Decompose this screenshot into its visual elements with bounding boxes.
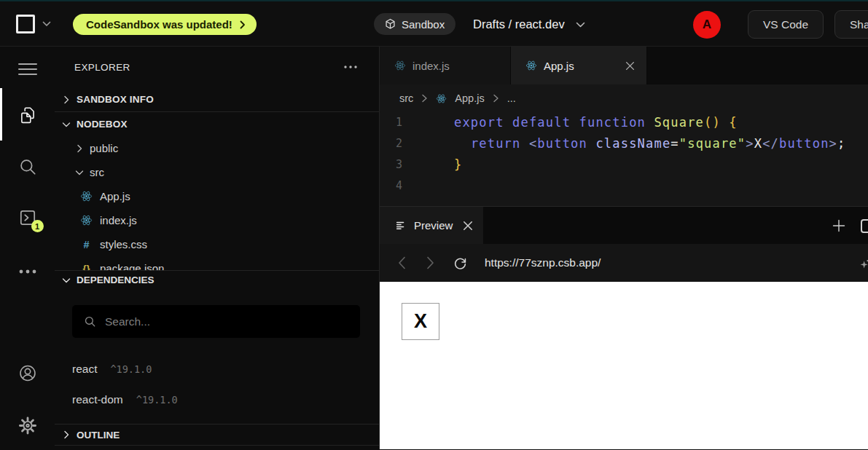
breadcrumb-folder[interactable]: src: [399, 92, 413, 104]
menu-icon[interactable]: [18, 60, 37, 79]
tree-item-label: App.js: [100, 190, 130, 202]
close-icon[interactable]: [625, 61, 635, 71]
preview-url[interactable]: https://77sznp.csb.app/: [485, 256, 601, 269]
back-icon[interactable]: [398, 256, 406, 269]
code-token: button: [537, 136, 595, 151]
tree-item-label: styles.css: [100, 238, 147, 250]
tab-label: App.js: [544, 60, 574, 72]
tree-item-label: package.json: [100, 262, 164, 270]
more-icon[interactable]: [18, 262, 37, 281]
tree-item-public[interactable]: public: [55, 136, 379, 160]
terminal-icon[interactable]: 1: [18, 208, 37, 227]
explorer-sidebar: EXPLORER SANDBOX INFO NODEBOX: [55, 47, 380, 449]
tab-preview[interactable]: Preview: [380, 207, 483, 244]
terminal-badge: 1: [31, 220, 44, 232]
react-icon: [394, 60, 406, 71]
dependency-search-input[interactable]: [105, 315, 348, 328]
code-line-content: return <button className="square">X</but…: [454, 133, 845, 154]
code-token: className: [595, 136, 670, 151]
tree-item-styles-css[interactable]: # styles.css: [55, 232, 379, 256]
code-token: =: [670, 136, 679, 151]
avatar[interactable]: A: [693, 11, 721, 39]
section-label: NODEBOX: [77, 119, 128, 130]
breadcrumb-file[interactable]: App.js: [455, 92, 484, 104]
section-label: OUTLINE: [77, 430, 120, 441]
tree-item-label: public: [90, 142, 118, 154]
section-label: SANDBOX INFO: [77, 94, 154, 105]
explorer-more-icon[interactable]: [344, 66, 357, 68]
workspace-chevron-down-icon[interactable]: [42, 21, 51, 27]
code-token: "square": [679, 136, 746, 151]
dependency-search[interactable]: [72, 305, 360, 338]
tree-item-package-json[interactable]: {} package.json: [55, 256, 379, 270]
activity-bar: 1: [0, 47, 55, 449]
line-number: 1: [380, 112, 402, 133]
chevron-down-icon: [61, 119, 71, 130]
chevron-down-icon: [61, 275, 71, 285]
refresh-icon[interactable]: [453, 256, 467, 270]
code-editor[interactable]: 1 export default function Square() { 2 r…: [380, 112, 868, 206]
chevron-right-icon: [493, 94, 499, 103]
chevron-down-icon: [74, 167, 85, 178]
breadcrumb-more[interactable]: ...: [507, 92, 516, 104]
tree-item-app-js[interactable]: App.js: [55, 184, 379, 208]
sparkle-icon[interactable]: [859, 258, 868, 270]
active-view-indicator: [0, 88, 2, 141]
dependency-row-react-dom[interactable]: react-dom ^19.1.0: [55, 384, 379, 415]
search-icon: [84, 315, 96, 328]
files-icon[interactable]: [18, 105, 37, 124]
share-button-label: Share: [850, 18, 868, 31]
sidebar-section-dependencies[interactable]: DEPENDENCIES: [55, 270, 379, 289]
code-line: 4: [380, 175, 868, 197]
code-line-content: export default function Square() {: [454, 112, 738, 133]
add-devtool-plus-icon[interactable]: [832, 218, 846, 233]
react-icon: [436, 93, 447, 104]
explorer-title: EXPLORER: [74, 62, 130, 73]
hash-icon: #: [80, 239, 93, 250]
tab-app-js[interactable]: App.js: [511, 47, 647, 84]
chevron-right-icon: [421, 94, 428, 103]
codesandbox-logo[interactable]: [16, 15, 35, 33]
explorer-header: EXPLORER: [55, 47, 379, 87]
code-line: 1 export default function Square() {: [380, 112, 868, 133]
search-icon[interactable]: [18, 157, 37, 176]
editor-breadcrumb[interactable]: src App.js ...: [380, 84, 868, 112]
code-token: >: [746, 136, 754, 151]
tree-item-index-js[interactable]: index.js: [55, 208, 379, 232]
preview-navbar: https://77sznp.csb.app/: [380, 244, 868, 282]
dependency-version: ^19.1.0: [136, 394, 178, 406]
dependency-row-react[interactable]: react ^19.1.0: [55, 354, 379, 384]
file-tree: public src App.js: [55, 136, 379, 270]
project-breadcrumb-label: Drafts / react.dev: [473, 17, 565, 31]
avatar-letter: A: [703, 17, 711, 32]
share-button[interactable]: Share: [834, 10, 868, 39]
tree-item-src[interactable]: src: [55, 160, 379, 184]
chevron-right-icon: [61, 95, 71, 105]
braces-icon: {}: [80, 263, 93, 270]
code-token: [454, 136, 471, 151]
editor-tabbar: index.js App.js: [380, 47, 868, 84]
sidebar-section-nodebox[interactable]: NODEBOX: [55, 112, 379, 136]
main-area: 1 EXPLORER S: [0, 47, 868, 449]
vs-code-button[interactable]: VS Code: [748, 10, 824, 39]
project-breadcrumb[interactable]: Drafts / react.dev: [473, 13, 585, 35]
layout-icon[interactable]: [861, 219, 868, 233]
tab-index-js[interactable]: index.js: [380, 47, 511, 84]
dependency-name: react-dom: [72, 393, 123, 406]
account-icon[interactable]: [18, 363, 37, 382]
code-token: return: [471, 136, 529, 151]
code-token: >: [829, 136, 837, 151]
preview-square-button[interactable]: X: [402, 303, 439, 340]
forward-icon[interactable]: [426, 256, 434, 269]
code-line: 3 }: [380, 154, 868, 175]
settings-gear-icon[interactable]: [18, 416, 37, 435]
update-banner-button[interactable]: CodeSandbox was updated!: [73, 14, 257, 35]
sidebar-section-sandbox-info[interactable]: SANDBOX INFO: [55, 87, 379, 111]
sidebar-section-outline[interactable]: OUTLINE: [55, 424, 379, 446]
chevron-right-icon: [61, 430, 71, 440]
chevron-right-icon: [74, 143, 85, 154]
sandbox-badge[interactable]: Sandbox: [374, 13, 455, 35]
close-icon[interactable]: [463, 221, 473, 231]
dependency-list: react ^19.1.0 react-dom ^19.1.0: [55, 354, 379, 415]
tree-item-label: src: [90, 166, 104, 178]
